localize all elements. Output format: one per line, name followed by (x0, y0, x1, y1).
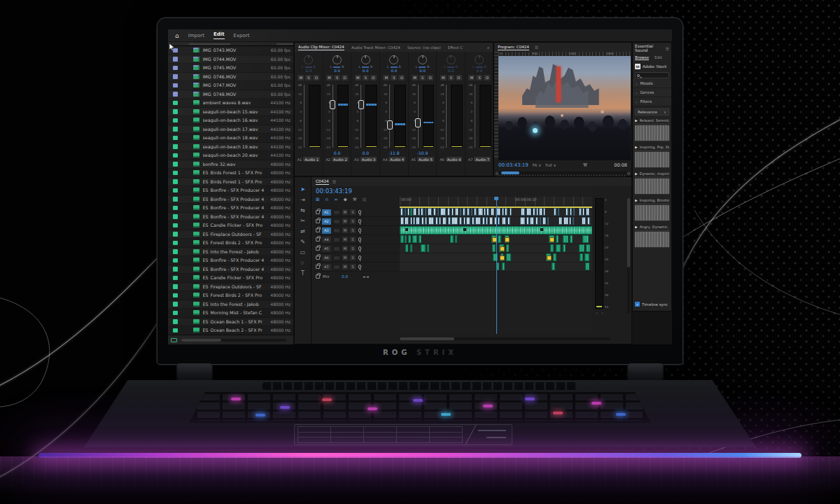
timeline-clip[interactable] (507, 217, 510, 225)
tool-item[interactable]: ▭ (300, 250, 306, 255)
media-row[interactable]: ES_Forest Birds 2 - SFX Pro 48000 Hz (168, 291, 293, 300)
timeline-clip[interactable] (502, 262, 505, 270)
home-icon[interactable]: ⌂ (175, 32, 179, 39)
timeline-clip[interactable] (521, 208, 525, 216)
timeline-clip[interactable] (400, 217, 403, 225)
adobe-stock-row[interactable]: St Adobe Stock (633, 62, 671, 71)
tool-item[interactable]: ⇥ (300, 197, 305, 203)
keyframe-nav-icon[interactable]: ►◄ (363, 274, 369, 279)
media-row[interactable]: ES_Forest Birds 2 - SFX Pro 48000 Hz (168, 239, 293, 248)
tool-item[interactable]: T (301, 271, 304, 276)
panel-overflow-icon[interactable]: » (487, 46, 489, 50)
es-track-item[interactable]: ▶ Angry, Dynamic, H (635, 224, 669, 248)
timeline-clip[interactable] (505, 235, 509, 243)
mixer-tab[interactable]: Effect C (448, 46, 463, 50)
lock-icon[interactable] (316, 237, 320, 241)
media-row[interactable]: ES_Ocean Beach 1 - SFX Pr 48000 Hz (168, 318, 293, 327)
timeline-clip[interactable] (405, 208, 406, 216)
timeline-clip[interactable] (502, 208, 504, 216)
timeline-clip[interactable] (460, 208, 461, 216)
timeline-clip[interactable] (579, 244, 584, 252)
timeline-clip[interactable] (407, 208, 410, 216)
track-solo-button[interactable]: S (350, 227, 356, 233)
timeline-clip[interactable] (405, 228, 408, 231)
mixer-tab[interactable]: Audio Track Mixer: C0424 (351, 46, 400, 50)
timeline-clip[interactable] (428, 217, 434, 225)
timeline-clip[interactable] (573, 208, 575, 216)
timeline-clip[interactable] (410, 244, 413, 252)
timeline-clip[interactable] (573, 217, 574, 225)
tool-item[interactable]: ✎ (300, 239, 305, 245)
mic-icon[interactable] (358, 265, 361, 269)
timeline-clip[interactable] (413, 217, 414, 225)
track-sync-icon[interactable] (333, 237, 340, 242)
timeline-clip[interactable] (586, 244, 590, 252)
timeline-clip[interactable] (587, 217, 590, 225)
sort-dropdown[interactable]: Relevance∨ (635, 108, 669, 115)
playback-resolution-dropdown[interactable]: Full∨ (545, 163, 556, 167)
timeline-clip[interactable] (405, 235, 407, 243)
timeline-clip[interactable] (563, 244, 566, 252)
timeline-clip[interactable] (433, 208, 436, 216)
timeline-toolbar-icon[interactable]: ⚒ (353, 197, 357, 202)
lock-icon[interactable] (316, 219, 320, 223)
timeline-clip[interactable] (498, 235, 501, 243)
timeline-clip[interactable] (506, 244, 509, 252)
solo-button[interactable]: S (363, 75, 369, 80)
timeline-clip[interactable] (448, 217, 451, 225)
program-tab[interactable]: Program: C0424 (498, 45, 529, 50)
track-source-chip[interactable]: A3 (322, 227, 331, 234)
media-row[interactable]: seagull-on-beach 16.wav 44100 Hz (168, 116, 293, 125)
header-mode-tab[interactable]: Import (188, 33, 204, 38)
timeline-clip[interactable] (400, 208, 403, 216)
waveform-preview[interactable] (635, 203, 669, 221)
media-row[interactable]: ES_Into the Forest - Jakob 48000 Hz (168, 300, 293, 309)
timeline-clip[interactable] (451, 217, 458, 225)
timeline-clip[interactable] (410, 217, 412, 225)
timeline-clip[interactable] (408, 235, 412, 243)
play-icon[interactable]: ▶ (635, 225, 638, 229)
media-row[interactable]: ES_Bonfire - SFX Producer 4 48000 Hz (168, 195, 293, 204)
timeline-clip[interactable] (419, 235, 421, 243)
tool-item[interactable]: ☞ (300, 260, 305, 266)
wrench-icon[interactable]: ⚒ (583, 162, 587, 168)
timeline-clip[interactable] (438, 208, 439, 216)
checkbox-checked[interactable]: ✓ (635, 302, 640, 307)
track-header-row[interactable]: A5 M S (314, 244, 400, 253)
media-row[interactable]: IMG_0743.MOV 60.00 fps (168, 46, 293, 55)
record-button[interactable]: O (484, 75, 490, 80)
track-sync-icon[interactable] (333, 265, 340, 270)
mute-button[interactable]: M (412, 75, 418, 80)
mic-icon[interactable] (358, 255, 361, 260)
lock-icon[interactable] (316, 265, 320, 269)
timeline-clip[interactable] (558, 208, 559, 216)
timeline-clip[interactable] (498, 217, 500, 225)
timeline-clip[interactable] (585, 262, 590, 270)
timeline-clip[interactable] (466, 217, 470, 225)
media-row[interactable]: ES_Candle Flicker - SFX Pro 48000 Hz (168, 221, 293, 230)
mute-button[interactable]: M (298, 75, 304, 80)
timeline-clip[interactable] (499, 244, 504, 252)
track-mute-button[interactable]: M (342, 227, 348, 233)
mic-icon[interactable] (358, 210, 361, 214)
timeline-clip[interactable] (400, 235, 403, 243)
timeline-clip[interactable] (536, 208, 538, 216)
timeline-clip[interactable] (439, 217, 441, 225)
timeline-clip[interactable] (554, 208, 556, 216)
pan-knob[interactable] (447, 55, 456, 64)
timeline-clip[interactable] (484, 208, 486, 216)
timeline-clip[interactable] (455, 235, 457, 243)
track-header-row[interactable]: A2 M S (314, 217, 400, 226)
timeline-clip[interactable] (530, 217, 534, 225)
media-row[interactable]: IMG_0744.MOV 60.00 fps (168, 55, 293, 64)
timeline-clip[interactable] (463, 217, 465, 225)
timeline-clip[interactable] (556, 235, 559, 243)
record-button[interactable]: O (427, 75, 433, 80)
media-row[interactable]: ES_Bonfire - SFX Producer 4 48000 Hz (168, 186, 293, 195)
timeline-clip[interactable] (425, 217, 427, 225)
meter-buttons[interactable] (595, 312, 604, 315)
media-row[interactable]: ambient waves 8.wav 44100 Hz (168, 99, 293, 108)
track-header-row[interactable]: A1 M S (314, 208, 400, 217)
waveform-preview[interactable] (635, 230, 669, 248)
track-header-row[interactable]: A7 M S (314, 262, 400, 272)
